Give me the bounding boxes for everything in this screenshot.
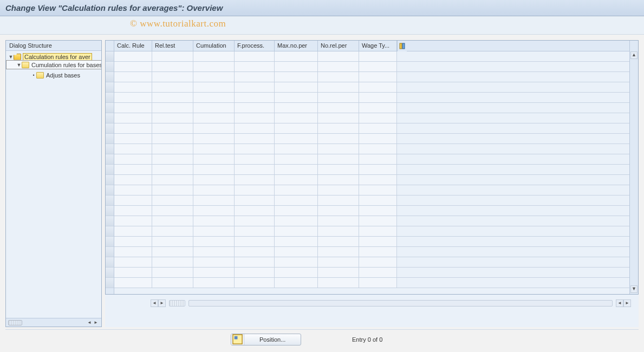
table-cell[interactable] (235, 93, 275, 102)
table-cell[interactable] (152, 82, 193, 92)
table-cell[interactable] (275, 82, 318, 92)
table-cell[interactable] (114, 93, 152, 102)
table-cell[interactable] (152, 123, 193, 133)
hscroll-handle-left[interactable] (169, 300, 185, 307)
table-cell[interactable] (193, 195, 235, 205)
table-cell[interactable] (275, 103, 318, 113)
table-cell[interactable] (275, 134, 318, 144)
table-cell[interactable] (318, 93, 359, 102)
table-cell[interactable] (114, 82, 152, 92)
row-selector[interactable] (106, 247, 114, 257)
table-cell[interactable] (193, 134, 235, 144)
table-cell[interactable] (235, 51, 275, 61)
table-cell[interactable] (235, 175, 275, 185)
row-selector[interactable] (106, 144, 114, 154)
table-row[interactable] (114, 185, 629, 195)
table-cell[interactable] (114, 134, 152, 144)
row-selector[interactable] (106, 257, 114, 268)
table-cell[interactable] (359, 185, 397, 195)
row-selector[interactable] (106, 62, 114, 72)
table-cell[interactable] (235, 216, 275, 226)
table-cell[interactable] (114, 237, 152, 246)
table-cell[interactable] (152, 268, 193, 277)
row-selector[interactable] (106, 103, 114, 113)
table-cell[interactable] (318, 247, 359, 257)
table-cell[interactable] (193, 72, 235, 82)
table-cell[interactable] (359, 51, 397, 61)
row-selector[interactable] (106, 216, 114, 226)
table-row[interactable] (114, 257, 629, 268)
table-cell[interactable] (275, 185, 318, 195)
table-cell[interactable] (152, 144, 193, 154)
table-cell[interactable] (114, 113, 152, 123)
table-cell[interactable] (318, 175, 359, 185)
table-cell[interactable] (193, 51, 235, 61)
table-cell[interactable] (193, 93, 235, 102)
table-row[interactable] (114, 216, 629, 226)
table-cell[interactable] (318, 226, 359, 236)
table-cell[interactable] (152, 62, 193, 71)
table-cell[interactable] (235, 237, 275, 246)
table-row[interactable] (114, 82, 629, 93)
table-cell[interactable] (359, 175, 397, 185)
table-cell[interactable] (114, 195, 152, 205)
table-cell[interactable] (235, 134, 275, 144)
table-cell[interactable] (152, 134, 193, 144)
tree-expander-icon[interactable]: • (31, 73, 36, 78)
column-config-button[interactable] (397, 41, 407, 51)
row-selector[interactable] (106, 134, 114, 144)
table-row[interactable] (114, 123, 629, 134)
table-cell[interactable] (359, 247, 397, 257)
tree-node[interactable]: ▼Cumulation rules for bases for calculat… (6, 60, 101, 69)
table-cell[interactable] (114, 103, 152, 113)
table-cell[interactable] (318, 154, 359, 164)
row-selector[interactable] (106, 237, 114, 247)
table-cell[interactable] (114, 216, 152, 226)
row-selector[interactable] (106, 154, 114, 165)
hscroll-right[interactable]: ◄ (616, 299, 623, 307)
row-selector[interactable] (106, 268, 114, 278)
table-cell[interactable] (152, 175, 193, 185)
table-cell[interactable] (275, 123, 318, 133)
table-cell[interactable] (359, 134, 397, 144)
table-cell[interactable] (114, 51, 152, 61)
table-row[interactable] (114, 103, 629, 113)
table-cell[interactable] (193, 185, 235, 195)
table-cell[interactable] (152, 185, 193, 195)
row-selector[interactable] (106, 51, 114, 62)
row-selector[interactable] (106, 123, 114, 134)
table-cell[interactable] (114, 257, 152, 267)
table-cell[interactable] (318, 51, 359, 61)
table-cell[interactable] (235, 62, 275, 71)
table-cell[interactable] (235, 82, 275, 92)
hscroll-far-right[interactable]: ► (623, 299, 631, 307)
table-cell[interactable] (235, 268, 275, 277)
table-cell[interactable] (114, 123, 152, 133)
table-cell[interactable] (359, 165, 397, 174)
table-cell[interactable] (275, 195, 318, 205)
hscroll-far-left[interactable]: ◄ (151, 299, 158, 307)
table-cell[interactable] (193, 247, 235, 257)
table-cell[interactable] (359, 216, 397, 226)
table-vscroll[interactable]: ▲ ▼ (629, 41, 638, 294)
table-row[interactable] (114, 134, 629, 144)
table-row[interactable] (114, 247, 629, 257)
table-cell[interactable] (114, 247, 152, 257)
row-selector[interactable] (106, 278, 114, 288)
table-cell[interactable] (235, 257, 275, 267)
table-cell[interactable] (359, 268, 397, 277)
table-cell[interactable] (275, 247, 318, 257)
table-cell[interactable] (235, 144, 275, 154)
table-row[interactable] (114, 165, 629, 175)
table-cell[interactable] (235, 185, 275, 195)
table-cell[interactable] (235, 247, 275, 257)
table-row[interactable] (114, 195, 629, 206)
table-cell[interactable] (275, 62, 318, 71)
table-cell[interactable] (275, 226, 318, 236)
table-cell[interactable] (275, 268, 318, 277)
table-cell[interactable] (318, 268, 359, 277)
table-cell[interactable] (114, 226, 152, 236)
table-row[interactable] (114, 268, 629, 278)
row-selector[interactable] (106, 226, 114, 237)
row-selector[interactable] (106, 175, 114, 185)
